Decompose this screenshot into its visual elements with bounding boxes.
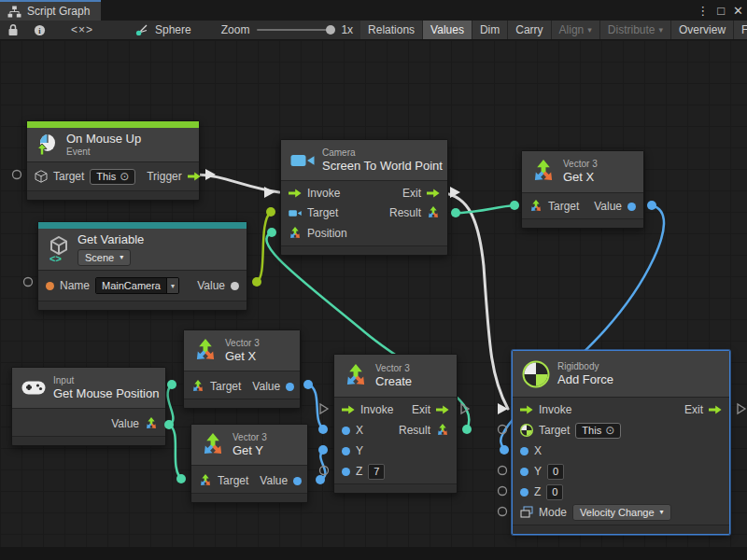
carry-button[interactable]: Carry — [508, 21, 551, 39]
port-z-label[interactable]: Z — [534, 485, 541, 498]
z-value-field[interactable]: 0 — [546, 484, 563, 500]
graph-toolbar: i <×> Sphere Zoom 1x Relations Values Di… — [0, 21, 747, 40]
graph-name: Sphere — [155, 23, 191, 36]
node-on-mouse-up[interactable]: On Mouse Up Event Target This ⊙ Trigger — [26, 120, 200, 201]
node-create-vector3[interactable]: Vector 3 Create Invoke Exit X Result — [333, 354, 458, 494]
port-exit-label[interactable]: Exit — [684, 403, 703, 416]
node-get-y[interactable]: Vector 3 Get Y Target Value — [190, 424, 308, 503]
flow-arrow-icon[interactable] — [709, 405, 722, 414]
vector3-small-icon[interactable] — [199, 474, 212, 487]
port-y-label[interactable]: Y — [356, 444, 363, 457]
info-button[interactable]: i — [26, 21, 53, 39]
graph-canvas[interactable]: On Mouse Up Event Target This ⊙ Trigger — [0, 40, 747, 547]
port-name-label[interactable]: Name — [60, 279, 90, 292]
port-target-label[interactable]: Target — [218, 474, 248, 487]
maximize-icon[interactable]: □ — [717, 4, 725, 18]
port-value-label[interactable]: Value — [252, 380, 280, 393]
node-get-x-top[interactable]: Vector 3 Get X Target Value — [521, 150, 644, 229]
port-dot-value[interactable] — [286, 383, 294, 391]
port-dot-x[interactable] — [342, 427, 350, 435]
port-dot-z[interactable] — [520, 488, 529, 497]
port-value-label[interactable]: Value — [111, 417, 139, 430]
align-button[interactable]: Align▾ — [552, 21, 600, 39]
close-icon[interactable]: ✕ — [733, 4, 743, 18]
distribute-button[interactable]: Distribute▾ — [600, 21, 671, 39]
node-screen-to-world-point[interactable]: Camera Screen To World Point Invoke Exit… — [280, 139, 448, 256]
target-field[interactable]: This ⊙ — [90, 169, 135, 185]
fullscreen-button[interactable]: Full Screen — [734, 21, 747, 39]
flow-arrow-icon[interactable] — [436, 405, 449, 414]
graph-breadcrumb[interactable]: Sphere — [128, 21, 199, 39]
overview-button[interactable]: Overview — [671, 21, 734, 39]
flow-arrow-icon[interactable] — [520, 405, 533, 414]
port-target-label[interactable]: Target — [539, 424, 570, 437]
port-dot-x[interactable] — [520, 447, 529, 455]
port-dot-z[interactable] — [342, 468, 350, 476]
edit-graph-button[interactable]: <×> — [53, 21, 111, 39]
port-result-label[interactable]: Result — [399, 424, 430, 437]
port-dot-name[interactable] — [46, 282, 54, 290]
node-add-force[interactable]: Rigidbody Add Force Invoke Exit Target — [512, 350, 730, 535]
port-target-label[interactable]: Target — [210, 380, 241, 393]
flow-arrow-icon[interactable] — [289, 189, 302, 198]
port-invoke-label[interactable]: Invoke — [539, 403, 571, 416]
port-value-label[interactable]: Value — [197, 279, 225, 292]
port-value-label[interactable]: Value — [260, 474, 288, 487]
camera-small-icon[interactable] — [289, 209, 302, 217]
port-invoke-label[interactable]: Invoke — [360, 403, 393, 416]
port-dot-y[interactable] — [342, 447, 350, 455]
window-menu-icon[interactable]: ⋮ — [697, 4, 709, 18]
tab-script-graph[interactable]: Script Graph — [0, 0, 101, 21]
port-z-label[interactable]: Z — [356, 465, 362, 478]
lock-button[interactable] — [0, 21, 26, 39]
port-y-label[interactable]: Y — [534, 465, 542, 478]
node-get-variable[interactable]: <> Get Variable Scene▾ Name MainCamera ▾ — [37, 221, 247, 311]
port-dot-value[interactable] — [231, 282, 239, 290]
port-trigger-label[interactable]: Trigger — [147, 170, 182, 183]
port-target-label[interactable]: Target — [53, 170, 84, 183]
port-dot-value[interactable] — [293, 477, 302, 485]
object-picker-icon[interactable]: ⊙ — [605, 425, 614, 436]
node-get-mouse-position[interactable]: Input Get Mouse Position Value — [11, 367, 166, 446]
port-target-label[interactable]: Target — [548, 200, 579, 213]
node-get-x-mid[interactable]: Vector 3 Get X Target Value — [183, 329, 301, 409]
y-value-field[interactable]: 0 — [547, 464, 564, 480]
wire-result-to-getx-target — [456, 205, 514, 213]
vector3-small-icon[interactable] — [529, 200, 543, 213]
port-value-label[interactable]: Value — [594, 200, 622, 213]
vector3-small-icon[interactable] — [145, 417, 158, 430]
mode-dropdown[interactable]: Velocity Change▾ — [572, 504, 671, 521]
port-target-label[interactable]: Target — [307, 206, 338, 219]
port-exit-label[interactable]: Exit — [412, 403, 430, 416]
port-position-label[interactable]: Position — [307, 227, 347, 240]
rigidbody-small-icon[interactable] — [520, 424, 533, 437]
vector3-small-icon[interactable] — [436, 424, 449, 437]
port-exit-label[interactable]: Exit — [402, 187, 421, 200]
port-x-label[interactable]: X — [356, 424, 363, 437]
z-value-field[interactable]: 7 — [368, 464, 385, 480]
port-invoke-label[interactable]: Invoke — [307, 187, 340, 200]
values-button[interactable]: Values — [423, 21, 472, 39]
vector3-small-icon[interactable] — [191, 380, 204, 393]
vector3-small-icon[interactable] — [289, 227, 302, 240]
vector3-small-icon[interactable] — [427, 206, 440, 219]
target-field[interactable]: This ⊙ — [575, 423, 621, 439]
flow-arrow-icon[interactable] — [188, 172, 201, 181]
port-x-label[interactable]: X — [534, 444, 542, 457]
object-picker-icon[interactable]: ⊙ — [120, 171, 129, 182]
zoom-slider[interactable] — [257, 29, 333, 31]
flow-arrow-icon[interactable] — [342, 405, 355, 414]
window-controls: ⋮ □ ✕ — [697, 0, 743, 21]
port-mode-label[interactable]: Mode — [539, 506, 567, 519]
port-dot-y[interactable] — [520, 468, 529, 476]
variable-name-dropdown[interactable]: MainCamera ▾ — [95, 277, 179, 294]
variable-scope-dropdown[interactable]: Scene▾ — [78, 249, 131, 266]
port-dot-value[interactable] — [627, 203, 636, 211]
node-title: Add Force — [557, 372, 613, 387]
windows-mode-icon[interactable] — [520, 506, 533, 519]
dim-button[interactable]: Dim — [472, 21, 508, 39]
relations-button[interactable]: Relations — [360, 21, 423, 39]
port-result-label[interactable]: Result — [389, 206, 421, 219]
flow-arrow-icon[interactable] — [427, 189, 440, 198]
zoom-slider-handle[interactable] — [326, 25, 335, 35]
